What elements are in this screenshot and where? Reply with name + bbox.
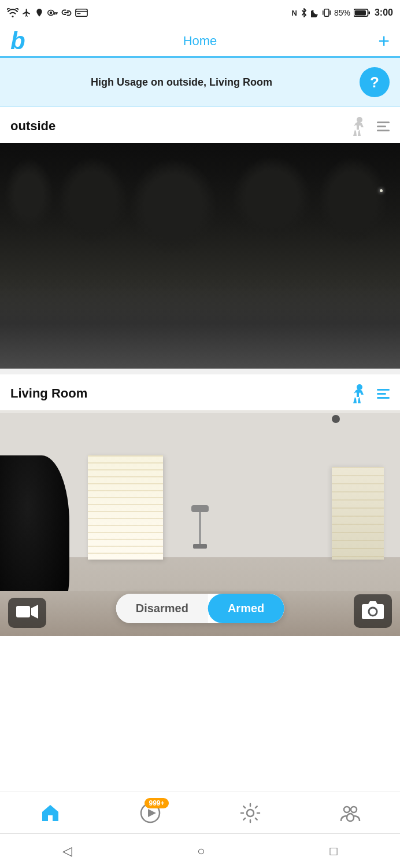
camera-controls-living-room [347, 382, 390, 404]
camera-feed-outside[interactable] [0, 143, 400, 369]
lamp-stand [191, 505, 209, 551]
account-nav-icon [340, 803, 361, 823]
svg-point-16 [357, 117, 362, 123]
svg-marker-25 [148, 809, 156, 817]
camera-controls-outside [347, 115, 390, 137]
battery-icon [354, 8, 370, 17]
nav-account[interactable] [340, 803, 361, 823]
alert-message: High Usage on outside, Living Room [10, 76, 360, 89]
wifi-icon [7, 8, 18, 17]
video-record-button-outside[interactable] [8, 330, 46, 361]
nav-settings[interactable] [240, 803, 261, 823]
home-nav-icon [40, 803, 61, 823]
nfc-icon: N [292, 9, 297, 17]
svg-rect-7 [76, 9, 87, 16]
svg-point-19 [369, 340, 377, 348]
svg-rect-9 [77, 13, 80, 14]
clips-badge: 999+ [145, 798, 168, 808]
top-nav: b Home + [0, 25, 400, 58]
photo-capture-button-outside[interactable] [354, 327, 392, 361]
moon-icon [311, 8, 319, 17]
disarmed-button[interactable]: Disarmed [116, 594, 208, 623]
svg-point-26 [247, 810, 254, 816]
photo-capture-button-living-room[interactable] [354, 594, 392, 628]
airplane-icon [22, 8, 31, 17]
svg-point-28 [351, 807, 357, 812]
svg-marker-18 [31, 337, 38, 351]
motion-icon-living-room[interactable] [347, 382, 369, 404]
svg-marker-22 [31, 605, 38, 619]
alert-banner: High Usage on outside, Living Room ? [0, 58, 400, 107]
recents-button[interactable]: □ [318, 838, 349, 865]
clock: 3:00 [375, 8, 393, 18]
link-icon [61, 9, 72, 17]
home-button[interactable]: ○ [186, 838, 216, 865]
card-icon [75, 9, 88, 17]
ceiling-mount [332, 415, 340, 423]
camera-header-living-room: Living Room [0, 374, 400, 410]
svg-rect-17 [16, 339, 30, 350]
window-right [332, 467, 384, 560]
location-icon [35, 8, 44, 17]
svg-rect-15 [368, 11, 370, 14]
camera-feed-living-room[interactable]: Disarmed Armed [0, 410, 400, 636]
key-icon [47, 9, 58, 17]
armed-button[interactable]: Armed [208, 594, 284, 623]
bluetooth-icon [301, 8, 308, 17]
section-divider [0, 369, 400, 374]
svg-rect-3 [54, 12, 58, 13]
nav-clips[interactable]: 999+ [140, 803, 161, 823]
svg-point-20 [357, 384, 362, 390]
video-record-button-living-room[interactable] [8, 598, 46, 628]
battery-percent: 85% [334, 8, 350, 17]
svg-rect-5 [54, 13, 55, 15]
camera-name-living-room: Living Room [10, 386, 87, 401]
app-logo: b [10, 29, 25, 53]
svg-rect-4 [56, 13, 57, 14]
camera-header-outside: outside [0, 107, 400, 143]
status-icons-left [7, 8, 88, 17]
window-left [88, 455, 163, 560]
help-icon: ? [370, 73, 379, 91]
svg-point-27 [344, 807, 350, 812]
status-icons-right: N 85% 3:00 [292, 8, 393, 18]
alert-help-button[interactable]: ? [360, 67, 390, 97]
settings-icon-outside[interactable] [377, 122, 390, 131]
camera-section-living-room: Living Room [0, 374, 400, 636]
vibrate-icon [323, 8, 331, 17]
svg-rect-10 [324, 9, 329, 16]
status-bar: N 85% 3:00 [0, 0, 400, 25]
settings-icon-living-room[interactable] [377, 389, 390, 399]
camera-section-outside: outside [0, 107, 400, 369]
motion-icon-outside[interactable] [347, 115, 369, 137]
add-button[interactable]: + [378, 30, 390, 52]
svg-point-2 [50, 12, 53, 14]
nav-title: Home [183, 34, 217, 49]
settings-nav-icon [240, 803, 261, 823]
arm-toggle: Disarmed Armed [116, 594, 284, 623]
svg-rect-14 [355, 10, 366, 16]
nav-home[interactable] [40, 803, 61, 823]
bottom-navigation: 999+ [0, 792, 400, 833]
back-button[interactable]: ◁ [51, 838, 84, 865]
android-nav-bar: ◁ ○ □ [0, 833, 400, 868]
svg-rect-21 [16, 606, 30, 617]
camera-name-outside: outside [10, 119, 55, 134]
